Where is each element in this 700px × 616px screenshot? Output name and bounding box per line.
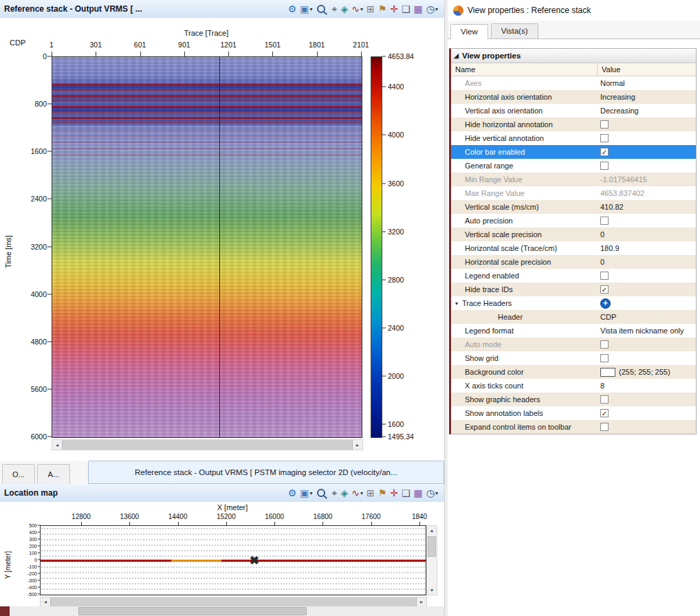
flag-icon[interactable]: ⚑ [378, 3, 388, 15]
checkbox[interactable] [600, 134, 609, 142]
wiggle-display-icon[interactable]: ∿▾ [351, 487, 364, 499]
select-mode-icon[interactable]: ▣▾ [299, 487, 313, 499]
select-mode-icon[interactable]: ▣▾ [299, 3, 313, 15]
scroll-up-arrow-icon[interactable]: ▴ [427, 526, 437, 535]
zoom-icon[interactable] [316, 487, 329, 499]
checkbox[interactable] [600, 354, 609, 362]
property-row[interactable]: Legend formatVista item nickname only [451, 324, 696, 338]
property-row[interactable]: Horizontal axis orientationIncreasing [451, 90, 696, 104]
dropdown-arrow-icon[interactable]: ▾ [435, 6, 438, 12]
settings-gear-icon[interactable]: ⚙ [287, 3, 298, 15]
splitter-corner-handle[interactable] [0, 606, 10, 616]
checkbox[interactable] [600, 217, 609, 225]
expand-arrow-icon[interactable]: ▾ [455, 300, 458, 307]
property-name: Horizontal axis orientation [451, 93, 597, 101]
property-row[interactable]: AxesNormal [451, 76, 696, 90]
tab-vistas[interactable]: Vista(s) [491, 23, 538, 38]
property-row[interactable]: Vertical axis orientationDecreasing [451, 104, 696, 118]
property-row[interactable]: Horizontal scale (Trace/cm)180.9 [451, 241, 696, 255]
snapshot-icon[interactable]: ▦ [413, 487, 424, 499]
collapse-triangle-icon[interactable]: ◢ [454, 52, 459, 59]
scrollbar-thumb[interactable] [428, 536, 436, 557]
property-row[interactable]: ▾Trace Headers+ [451, 296, 696, 310]
view-properties-section-header[interactable]: ◢ View properties [451, 49, 696, 63]
checkbox[interactable] [600, 423, 609, 431]
doc-tab[interactable]: O... [2, 464, 35, 484]
scroll-right-arrow-icon[interactable]: ▸ [353, 440, 362, 450]
layers-icon[interactable]: ◈ [340, 3, 349, 15]
grid-edit-icon[interactable]: ⊞ [366, 3, 375, 15]
clock-icon-glyph: ◷ [426, 487, 435, 498]
seismic-section-plot[interactable] [52, 56, 362, 438]
property-row[interactable]: Show annotation labels✓ [451, 406, 696, 420]
comment-icon[interactable]: ❑ [401, 3, 411, 15]
layers-icon[interactable]: ◈ [340, 487, 349, 499]
property-row[interactable]: Hide trace IDs✓ [451, 283, 696, 296]
scroll-left-arrow-icon[interactable]: ◂ [41, 597, 50, 606]
scroll-left-arrow-icon[interactable]: ◂ [52, 440, 62, 450]
clock-icon[interactable]: ◷▾ [426, 487, 439, 499]
checkbox[interactable] [600, 162, 609, 170]
dropdown-arrow-icon[interactable]: ▾ [435, 490, 438, 496]
property-row[interactable]: Vertical scale (ms/cm)410.82 [451, 200, 696, 214]
property-row[interactable]: Show grid [451, 351, 696, 365]
settings-gear-icon[interactable]: ⚙ [287, 487, 298, 499]
dropdown-arrow-icon[interactable]: ▾ [310, 490, 313, 496]
scrollbar-track[interactable] [10, 606, 444, 616]
dropdown-arrow-icon[interactable]: ▾ [360, 6, 363, 12]
property-row[interactable]: Color bar enabled✓ [451, 145, 696, 159]
scroll-right-arrow-icon[interactable]: ▸ [417, 597, 426, 606]
snapshot-icon[interactable]: ▦ [413, 3, 424, 15]
dropdown-arrow-icon[interactable]: ▾ [310, 6, 313, 12]
flag-icon[interactable]: ⚑ [378, 487, 388, 499]
wiggle-display-icon[interactable]: ∿▾ [351, 3, 364, 15]
scrollbar-thumb[interactable] [62, 440, 353, 450]
property-name-text: Vertical scale precision [465, 230, 542, 239]
clock-icon[interactable]: ◷▾ [426, 3, 439, 15]
dropdown-arrow-icon[interactable]: ▾ [360, 490, 363, 496]
window-horizontal-scrollbar[interactable] [0, 606, 444, 616]
tab-view[interactable]: View [450, 24, 488, 39]
pan-icon[interactable]: ✛ [389, 3, 399, 15]
location-map-plot[interactable]: ✖ [40, 525, 426, 595]
property-row[interactable]: HeaderCDP [451, 310, 696, 324]
property-row[interactable]: Auto precision [451, 214, 696, 228]
map-horizontal-scrollbar[interactable]: ◂ ▸ [40, 597, 427, 607]
checkbox[interactable] [600, 272, 609, 280]
seismic-horizontal-scrollbar[interactable]: ◂ ▸ [52, 439, 363, 450]
property-row[interactable]: Auto mode [451, 338, 696, 351]
pick-icon[interactable]: ⌖ [331, 487, 338, 499]
property-row[interactable]: Show graphic headers [451, 393, 696, 406]
property-row[interactable]: Background color(255; 255; 255) [451, 365, 696, 379]
active-doc-tab[interactable]: Reference stack - Output VRMS [ PSTM ima… [88, 461, 444, 484]
checkbox[interactable]: ✓ [600, 148, 609, 156]
checkbox[interactable]: ✓ [600, 285, 609, 294]
pan-icon[interactable]: ✛ [389, 487, 399, 499]
property-row[interactable]: Hide vertical annotation [451, 131, 696, 145]
scroll-down-arrow-icon[interactable]: ▾ [427, 586, 437, 595]
add-trace-header-button[interactable]: + [600, 298, 611, 309]
grid-edit-icon[interactable]: ⊞ [366, 487, 375, 499]
property-row[interactable]: Legend enabled [451, 269, 696, 283]
checkbox[interactable] [600, 340, 609, 349]
property-row[interactable]: Min Range Value-1.017546415 [451, 173, 696, 186]
map-vertical-scrollbar[interactable]: ▴ ▾ [426, 525, 437, 595]
scrollbar-thumb[interactable] [50, 597, 417, 606]
comment-icon[interactable]: ❑ [401, 487, 411, 499]
checkbox[interactable] [600, 120, 609, 129]
background-color-swatch[interactable] [600, 368, 615, 377]
checkbox[interactable] [600, 395, 609, 404]
property-row[interactable]: General range [451, 159, 696, 173]
doc-tab[interactable]: A... [37, 464, 70, 484]
scrollbar-thumb[interactable] [78, 607, 307, 615]
property-row[interactable]: Hide horizontal annotation [451, 118, 696, 131]
property-row[interactable]: Max Range Value4653.837402 [451, 186, 696, 200]
tick-label: 2400 [31, 195, 47, 203]
checkbox[interactable]: ✓ [600, 409, 609, 417]
property-row[interactable]: X axis ticks count8 [451, 379, 696, 393]
pick-icon[interactable]: ⌖ [331, 3, 338, 15]
property-row[interactable]: Expand control items on toolbar [451, 420, 696, 434]
zoom-icon[interactable] [316, 3, 329, 15]
property-row[interactable]: Horizontal scale precision0 [451, 255, 696, 269]
property-row[interactable]: Vertical scale precision0 [451, 228, 696, 241]
